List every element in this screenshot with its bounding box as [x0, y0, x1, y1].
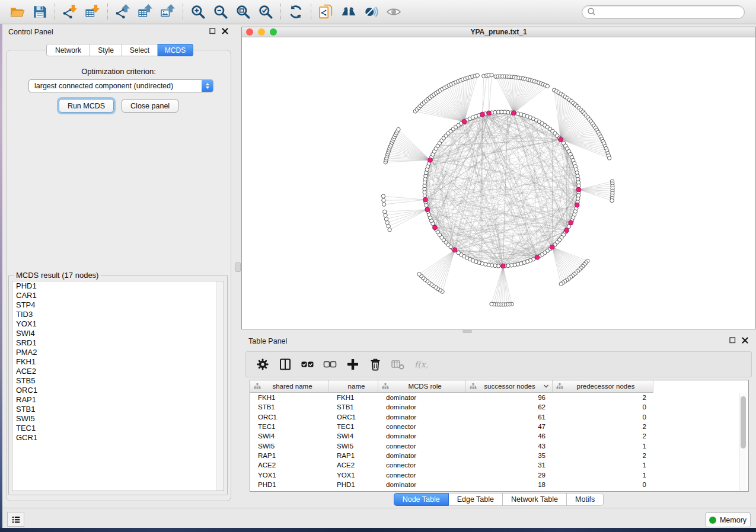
- mcds-result-item[interactable]: RAP1: [12, 395, 224, 405]
- export-table-button[interactable]: [136, 3, 155, 21]
- table-row[interactable]: SWI4SWI4dominator462: [250, 431, 748, 441]
- tab-style[interactable]: Style: [90, 44, 122, 56]
- tab-edge-table[interactable]: Edge Table: [449, 493, 503, 506]
- close-panel-button[interactable]: [221, 27, 229, 37]
- mcds-result-item[interactable]: ORC1: [12, 386, 224, 395]
- run-mcds-button[interactable]: Run MCDS: [59, 99, 114, 113]
- share-document-icon: [318, 4, 334, 20]
- export-network-button[interactable]: [113, 3, 132, 21]
- table-cell: STB1: [329, 402, 378, 412]
- zoom-in-button[interactable]: [189, 3, 208, 21]
- zoom-fit-button[interactable]: [234, 3, 253, 21]
- vertical-splitter-handle[interactable]: [235, 262, 241, 272]
- table-row[interactable]: ORC1ORC1dominator610: [250, 412, 748, 422]
- panel-list-button[interactable]: [7, 512, 24, 527]
- zoom-out-button[interactable]: [211, 3, 230, 21]
- table-cell: 0: [553, 480, 653, 489]
- mcds-result-item[interactable]: SWI5: [12, 414, 224, 424]
- mcds-result-item[interactable]: PHD1: [12, 281, 224, 291]
- float-panel-button[interactable]: [729, 336, 736, 347]
- close-panel-button-mcds[interactable]: Close panel: [122, 99, 178, 113]
- horizontal-splitter[interactable]: [241, 329, 756, 334]
- tab-mcds[interactable]: MCDS: [158, 44, 193, 56]
- deselect-all-button[interactable]: [321, 355, 339, 373]
- tab-network-table[interactable]: Network Table: [503, 493, 567, 506]
- control-panel-header: Control Panel: [2, 24, 235, 40]
- save-session-button[interactable]: [30, 3, 49, 21]
- criterion-select[interactable]: largest connected component (undirected): [28, 79, 213, 92]
- search-box[interactable]: [582, 5, 745, 19]
- column-header-successor-nodes[interactable]: successor nodes: [466, 380, 553, 393]
- mcds-result-item[interactable]: ACE2: [12, 367, 224, 376]
- table-row[interactable]: SWI5SWI5connector431: [250, 441, 748, 450]
- network-canvas[interactable]: [242, 37, 755, 329]
- mcds-list-scrollbar[interactable]: [216, 281, 224, 491]
- import-table-button[interactable]: [83, 3, 102, 21]
- mcds-result-item[interactable]: YOX1: [12, 319, 224, 329]
- column-header-MCDS-role[interactable]: MCDS role: [378, 380, 466, 393]
- table-row[interactable]: ACE2ACE2connector311: [250, 460, 748, 470]
- table-row[interactable]: PHD1PHD1dominator180: [250, 480, 748, 489]
- delete-column-button[interactable]: [366, 355, 384, 373]
- close-panel-button[interactable]: [741, 336, 749, 347]
- mcds-result-item[interactable]: SRD1: [12, 338, 224, 348]
- memory-button[interactable]: Memory: [705, 512, 751, 527]
- search-input[interactable]: [598, 8, 739, 17]
- table-cell: 47: [466, 422, 553, 431]
- split-panel-button[interactable]: [276, 355, 294, 373]
- table-row[interactable]: FKH1FKH1dominator962: [250, 393, 748, 402]
- table-cell: RAP1: [329, 451, 378, 460]
- tab-motifs[interactable]: Motifs: [567, 493, 604, 506]
- table-panel: Table Panel f(x) shared namenameMCDS rol…: [241, 334, 756, 508]
- mcds-result-item[interactable]: TEC1: [12, 424, 224, 433]
- mcds-result-item[interactable]: TID3: [12, 310, 224, 319]
- open-file-button[interactable]: [8, 3, 27, 21]
- mcds-result-item[interactable]: SWI4: [12, 329, 224, 338]
- column-header-predecessor-nodes[interactable]: predecessor nodes: [553, 380, 653, 393]
- binoculars-button[interactable]: [339, 3, 358, 21]
- mcds-result-item[interactable]: STB1: [12, 405, 224, 414]
- mcds-result-item[interactable]: STP4: [12, 300, 224, 310]
- table-cell: 0: [553, 412, 653, 422]
- vizmapper-button[interactable]: [362, 3, 381, 21]
- mcds-result-item[interactable]: CAR1: [12, 291, 224, 300]
- table-row[interactable]: YOX1YOX1connector291: [250, 470, 748, 479]
- column-header-shared-name[interactable]: shared name: [250, 380, 329, 393]
- gesture-icon: [363, 4, 379, 20]
- select-all-button[interactable]: [299, 355, 317, 373]
- close-icon: [221, 27, 229, 35]
- table-settings-button[interactable]: [254, 355, 272, 373]
- share-document-button[interactable]: [317, 3, 336, 21]
- table-scrollbar-thumb[interactable]: [741, 396, 746, 448]
- toolbar-separator: [311, 4, 311, 20]
- table-cell: 2: [553, 451, 653, 460]
- column-header-name[interactable]: name: [329, 380, 378, 393]
- export-image-button[interactable]: [158, 3, 177, 21]
- vertical-splitter[interactable]: [235, 24, 241, 508]
- mcds-result-item[interactable]: PMA2: [12, 348, 224, 357]
- toolbar-separator: [183, 4, 183, 20]
- table-cell: 43: [466, 441, 553, 450]
- export-image-icon: [160, 4, 176, 20]
- network-graph: [242, 37, 755, 329]
- mcds-result-list[interactable]: PHD1CAR1STP4TID3YOX1SWI4SRD1PMA2FKH1ACE2…: [12, 281, 224, 491]
- import-network-button[interactable]: [60, 3, 79, 21]
- float-panel-button[interactable]: [209, 27, 216, 37]
- zoom-selected-button[interactable]: [256, 3, 275, 21]
- table-row[interactable]: TEC1TEC1connector472: [250, 422, 748, 431]
- table-row[interactable]: STB1STB1dominator620: [250, 402, 748, 412]
- table-row[interactable]: RAP1RAP1dominator352: [250, 451, 748, 460]
- tab-network[interactable]: Network: [46, 44, 90, 56]
- mcds-result-item[interactable]: GCR1: [12, 433, 224, 443]
- refresh-button[interactable]: [286, 3, 305, 21]
- horizontal-splitter-handle[interactable]: [462, 330, 472, 333]
- mcds-result-item[interactable]: STB5: [12, 376, 224, 386]
- table-scrollbar[interactable]: [739, 393, 747, 491]
- add-column-button[interactable]: [344, 355, 362, 373]
- table-cell: dominator: [378, 393, 466, 402]
- mcds-result-item[interactable]: FKH1: [12, 357, 224, 367]
- tab-select[interactable]: Select: [122, 44, 158, 56]
- tab-node-table[interactable]: Node Table: [394, 493, 449, 506]
- table-body: FKH1FKH1dominator962STB1STB1dominator620…: [250, 393, 748, 489]
- export-network-icon: [115, 4, 130, 20]
